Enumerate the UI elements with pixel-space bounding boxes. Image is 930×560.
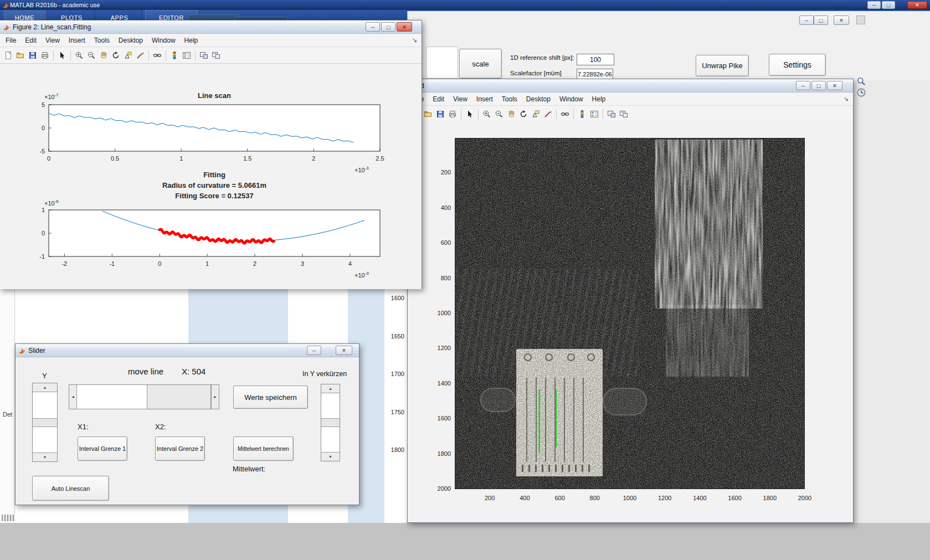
- menu-tools[interactable]: Tools: [497, 94, 522, 105]
- rotate-3d-icon[interactable]: [110, 50, 121, 61]
- in-y-slider[interactable]: [321, 384, 340, 461]
- unwrap-pike-button[interactable]: Unwrap Pike: [696, 55, 749, 76]
- interval-grenze1-button[interactable]: Interval Grenze 1: [78, 436, 127, 461]
- zoom-in-icon[interactable]: [74, 50, 85, 61]
- svg-text:1.5: 1.5: [243, 155, 251, 162]
- new-figure-icon[interactable]: [3, 50, 14, 61]
- insert-colorbar-icon[interactable]: [577, 109, 588, 120]
- figure2-title: Figure 2: Line_scan,Fitting: [13, 23, 91, 31]
- save-figure-icon[interactable]: [27, 50, 38, 61]
- auto-linescan-button[interactable]: Auto Linescan: [32, 476, 109, 501]
- menu-edit[interactable]: Edit: [428, 94, 449, 105]
- svg-text:2.5: 2.5: [376, 155, 384, 162]
- zoom-out-icon[interactable]: [86, 50, 97, 61]
- dock-figure-icon[interactable]: ↘: [839, 94, 853, 104]
- open-file-icon[interactable]: [423, 109, 434, 120]
- scale-button[interactable]: scale: [459, 49, 502, 79]
- slider-left-icon[interactable]: [69, 385, 77, 409]
- slider-thumb[interactable]: [321, 418, 340, 427]
- open-file-icon[interactable]: [15, 50, 26, 61]
- menu-view[interactable]: View: [449, 94, 472, 105]
- dock-figure-icon[interactable]: ↘: [408, 35, 422, 45]
- slider-up-icon[interactable]: [321, 384, 340, 393]
- maximize-icon[interactable]: [381, 22, 395, 32]
- settings-button[interactable]: Settings: [769, 54, 826, 76]
- menu-insert[interactable]: Insert: [64, 35, 90, 46]
- menu-edit[interactable]: Edit: [20, 35, 41, 46]
- menu-desktop[interactable]: Desktop: [114, 35, 147, 46]
- menu-tools[interactable]: Tools: [90, 35, 114, 46]
- show-plot-tools-icon[interactable]: [618, 109, 629, 120]
- y-axis-label: Y: [42, 372, 47, 380]
- insert-colorbar-icon[interactable]: [169, 50, 180, 61]
- data-cursor-icon[interactable]: [122, 50, 133, 61]
- search-icon[interactable]: [856, 76, 866, 86]
- hide-plot-tools-icon[interactable]: [606, 109, 617, 120]
- y-slider[interactable]: [32, 383, 58, 462]
- rotate-3d-icon[interactable]: [518, 109, 529, 120]
- menu-help[interactable]: Help: [588, 94, 610, 105]
- link-plot-icon[interactable]: [559, 109, 571, 120]
- minimize-icon[interactable]: [799, 16, 814, 25]
- slider-titlebar[interactable]: Slider: [16, 344, 359, 357]
- menu-view[interactable]: View: [41, 35, 64, 46]
- link-plot-icon[interactable]: [152, 50, 163, 61]
- print-icon[interactable]: [447, 109, 458, 120]
- save-figure-icon[interactable]: [435, 109, 446, 120]
- slider-down-icon[interactable]: [33, 453, 57, 461]
- insert-legend-icon[interactable]: [589, 109, 600, 120]
- hide-plot-tools-icon[interactable]: [198, 50, 209, 61]
- slider-right-icon[interactable]: [211, 385, 219, 409]
- menu-window[interactable]: Window: [147, 35, 180, 46]
- window-menu-icon[interactable]: [856, 16, 865, 24]
- insert-legend-icon[interactable]: [181, 50, 192, 61]
- image-figure-titlebar[interactable]: d: [408, 79, 853, 93]
- menu-window[interactable]: Window: [555, 94, 588, 105]
- menu-file[interactable]: File: [1, 35, 20, 46]
- show-plot-tools-icon[interactable]: [210, 50, 222, 61]
- brush-icon[interactable]: [135, 50, 146, 61]
- print-icon[interactable]: [39, 50, 50, 61]
- mittelwert-berechnen-button[interactable]: Mittelwert berechnen: [233, 436, 294, 461]
- menu-help[interactable]: Help: [180, 35, 203, 46]
- minimize-icon[interactable]: [867, 1, 881, 9]
- menu-insert[interactable]: Insert: [472, 94, 497, 105]
- resize-grip[interactable]: [2, 515, 15, 521]
- close-icon[interactable]: [336, 346, 352, 355]
- interval-grenze2-button[interactable]: Interval Grenze 2: [155, 436, 205, 461]
- history-icon[interactable]: [856, 88, 866, 97]
- slider-thumb[interactable]: [33, 418, 57, 427]
- x-slider[interactable]: [69, 384, 219, 409]
- maximize-icon[interactable]: [811, 81, 826, 90]
- maximize-icon[interactable]: [882, 1, 895, 9]
- partial-field: [426, 47, 458, 79]
- scalefactor-field[interactable]: 7.22892e-06: [577, 69, 613, 80]
- minimize-icon[interactable]: [307, 346, 321, 355]
- pan-icon[interactable]: [98, 50, 109, 61]
- minimize-icon[interactable]: [366, 22, 380, 32]
- svg-text:×10-3: ×10-3: [354, 271, 369, 279]
- toolbar-separator: [195, 50, 196, 60]
- x-axis-tick-label: 2000: [791, 495, 819, 501]
- zoom-out-icon[interactable]: [494, 109, 505, 120]
- menu-desktop[interactable]: Desktop: [522, 94, 555, 105]
- zoom-in-icon[interactable]: [481, 109, 492, 120]
- pan-icon[interactable]: [506, 109, 517, 120]
- ref-shift-field[interactable]: 100: [577, 54, 614, 65]
- close-icon[interactable]: [827, 81, 842, 90]
- save-values-button[interactable]: Werte speichern: [233, 386, 308, 409]
- figure2-titlebar[interactable]: Figure 2: Line_scan,Fitting: [0, 20, 422, 34]
- close-icon[interactable]: [834, 16, 849, 25]
- close-icon[interactable]: [397, 22, 412, 32]
- main-window-titlebar[interactable]: MATLAB R2016b - academic use: [0, 0, 930, 10]
- close-icon[interactable]: [907, 1, 927, 9]
- slider-thumb[interactable]: [147, 385, 211, 409]
- data-cursor-icon[interactable]: [530, 109, 541, 120]
- pointer-icon[interactable]: [56, 50, 68, 61]
- slider-up-icon[interactable]: [33, 383, 57, 392]
- slider-down-icon[interactable]: [321, 452, 340, 461]
- minimize-icon[interactable]: [796, 81, 810, 90]
- brush-icon[interactable]: [542, 109, 553, 120]
- maximize-icon[interactable]: [814, 16, 828, 25]
- pointer-icon[interactable]: [464, 109, 475, 120]
